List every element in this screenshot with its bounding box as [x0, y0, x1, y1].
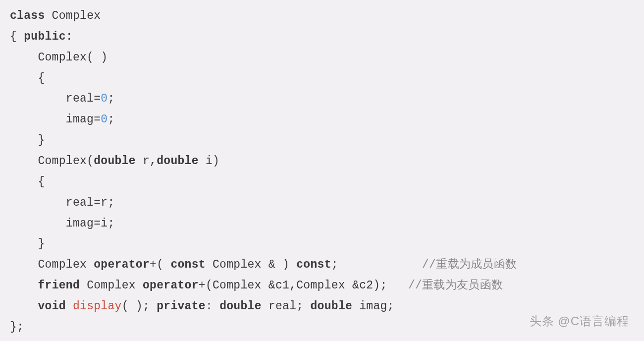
code-line-8: Complex(double r,double i)	[10, 151, 634, 172]
text: Complex	[10, 258, 94, 271]
keyword-double: double	[219, 300, 262, 313]
padding	[338, 258, 422, 271]
semicolon: ;	[107, 113, 114, 126]
text: ( );	[122, 300, 157, 313]
text: real=	[10, 92, 101, 105]
class-name: Complex	[45, 9, 101, 22]
keyword-operator: operator	[94, 258, 150, 271]
keyword-const: const	[296, 258, 331, 271]
param-i: i)	[199, 155, 219, 168]
plus: +(	[150, 258, 170, 271]
semicolon: ;	[331, 258, 338, 271]
text: real;	[262, 300, 311, 313]
indent	[10, 279, 38, 292]
code-line-13: Complex operator+( const Complex & ) con…	[10, 255, 634, 276]
watermark: 头条 @C语言编程	[530, 310, 629, 332]
keyword-double: double	[157, 155, 199, 168]
keyword-double: double	[94, 155, 136, 168]
text: imag;	[352, 300, 394, 313]
keyword-operator: operator	[143, 279, 199, 292]
keyword-double: double	[310, 300, 352, 313]
code-line-14: friend Complex operator+(Complex &c1,Com…	[10, 276, 634, 296]
semicolon: ;	[107, 92, 114, 105]
keyword-public: public	[24, 30, 66, 43]
text: Complex	[80, 279, 143, 292]
comment-friend: //重载为友员函数	[408, 279, 503, 292]
brace-open: {	[10, 30, 24, 43]
keyword-void: void	[38, 300, 65, 313]
text: imag=	[10, 113, 101, 126]
text: Complex & )	[206, 258, 296, 271]
comment-member: //重载为成员函数	[422, 258, 517, 271]
code-line-1: class Complex	[10, 6, 634, 27]
code-line-5: real=0;	[10, 89, 634, 110]
code-line-2: { public:	[10, 27, 634, 48]
number-literal: 0	[101, 92, 107, 105]
code-line-6: imag=0;	[10, 110, 634, 130]
code-block: class Complex { public: Complex( ) { rea…	[10, 6, 634, 338]
text: Complex(	[10, 155, 94, 168]
code-line-12: }	[10, 234, 634, 255]
function-display: display	[73, 300, 122, 313]
param-r: r,	[136, 155, 157, 168]
colon: :	[66, 30, 73, 43]
text: :	[206, 300, 219, 313]
code-line-4: {	[10, 68, 634, 89]
number-literal: 0	[101, 113, 107, 126]
code-line-10: real=r;	[10, 193, 634, 214]
space	[66, 300, 73, 313]
keyword-class: class	[10, 9, 45, 22]
keyword-private: private	[157, 300, 206, 313]
text: +(Complex &c1,Complex &c2);	[199, 279, 387, 292]
code-line-7: }	[10, 130, 634, 151]
keyword-const: const	[170, 258, 206, 271]
indent	[10, 300, 38, 313]
code-line-11: imag=i;	[10, 214, 634, 234]
keyword-friend: friend	[38, 279, 80, 292]
code-line-9: {	[10, 172, 634, 193]
code-line-3: Complex( )	[10, 48, 634, 68]
padding	[387, 279, 408, 292]
